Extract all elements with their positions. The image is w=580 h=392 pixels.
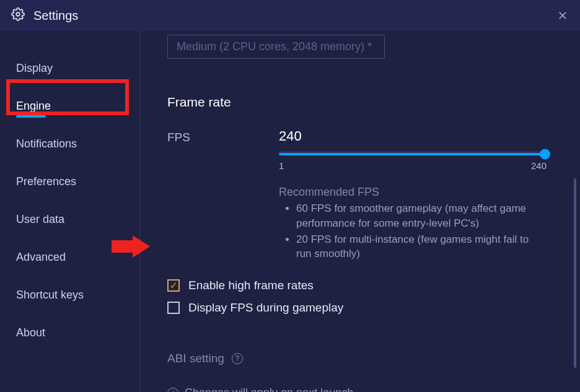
sidebar-item-shortcut-keys[interactable]: Shortcut keys [0, 281, 139, 309]
checkbox-icon: ✓ [167, 279, 180, 292]
help-icon[interactable]: ? [232, 353, 243, 364]
recommended-fps-list: 60 FPS for smoother gameplay (may affect… [279, 201, 547, 261]
sidebar-item-label: Shortcut keys [16, 289, 84, 301]
info-icon: i [167, 388, 178, 392]
sidebar-item-advanced[interactable]: Advanced [0, 243, 139, 271]
fps-value: 240 [279, 128, 561, 144]
abi-setting-row: ABI setting ? [167, 352, 561, 365]
recommended-fps-title: Recommended FPS [279, 186, 547, 199]
close-button[interactable] [556, 9, 569, 22]
list-item: 20 FPS for multi-instance (few games mig… [296, 232, 547, 262]
sidebar-item-about[interactable]: About [0, 319, 139, 347]
titlebar: Settings [0, 0, 580, 31]
sidebar-item-label: Notifications [16, 137, 77, 150]
slider-min-label: 1 [279, 160, 284, 171]
fps-label: FPS [167, 128, 260, 144]
sidebar-item-label: Engine [16, 100, 51, 112]
page-title: Settings [33, 9, 78, 23]
checkbox-label: Display FPS during gameplay [188, 301, 343, 315]
scrollbar-thumb[interactable] [574, 178, 576, 368]
display-fps-checkbox[interactable]: ✓ Display FPS during gameplay [167, 301, 561, 315]
gear-icon [11, 7, 25, 24]
checkbox-icon: ✓ [167, 302, 180, 314]
sidebar-item-label: Preferences [16, 175, 76, 188]
info-row: i Changes will apply on next launch [167, 386, 561, 392]
main-panel: Medium (2 CPU cores, 2048 memory) * Fram… [140, 31, 580, 392]
sidebar-item-label: User data [16, 213, 64, 225]
sidebar-item-preferences[interactable]: Preferences [0, 168, 139, 196]
preset-value: Medium (2 CPU cores, 2048 memory) * [177, 40, 372, 53]
sidebar-item-label: Advanced [16, 251, 66, 263]
frame-rate-heading: Frame rate [167, 95, 561, 110]
slider-max-label: 240 [531, 160, 547, 171]
sidebar: Display Engine Notifications Preferences… [0, 31, 140, 392]
enable-high-fps-checkbox[interactable]: ✓ Enable high frame rates [167, 279, 561, 292]
sidebar-item-notifications[interactable]: Notifications [0, 130, 139, 158]
performance-preset-select[interactable]: Medium (2 CPU cores, 2048 memory) * [167, 35, 385, 59]
sidebar-item-engine[interactable]: Engine [0, 92, 139, 120]
fps-slider[interactable] [279, 153, 547, 155]
sidebar-item-user-data[interactable]: User data [0, 206, 139, 233]
titlebar-left: Settings [11, 7, 78, 24]
fps-slider-thumb[interactable] [540, 149, 550, 160]
sidebar-item-display[interactable]: Display [0, 54, 139, 82]
checkbox-label: Enable high frame rates [188, 279, 314, 292]
sidebar-item-label: Display [16, 62, 53, 74]
info-text: Changes will apply on next launch [185, 386, 353, 392]
svg-point-0 [16, 12, 20, 16]
sidebar-item-label: About [16, 326, 45, 339]
abi-label: ABI setting [167, 352, 224, 365]
list-item: 60 FPS for smoother gameplay (may affect… [296, 201, 547, 231]
